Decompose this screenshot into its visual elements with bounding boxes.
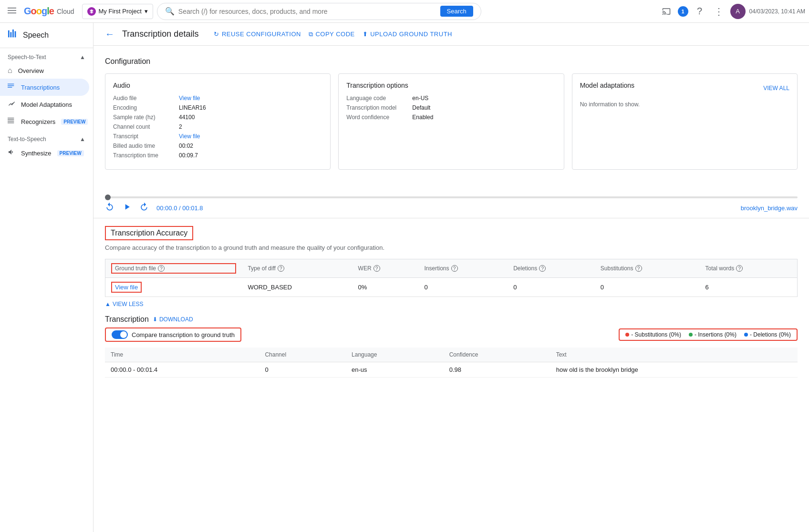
row-value: en-US bbox=[412, 95, 428, 102]
audio-scrubber[interactable] bbox=[105, 196, 798, 198]
th-language: Language bbox=[346, 348, 444, 362]
project-selector[interactable]: My First Project ▾ bbox=[82, 4, 153, 19]
th-total-words: Total words ? bbox=[700, 259, 798, 278]
transcription-title: Transcription bbox=[105, 315, 149, 324]
view-less-button[interactable]: ▲ VIEW LESS bbox=[105, 301, 798, 307]
time-cell: 00:00.0 - 00:01.4 bbox=[105, 362, 259, 378]
insertions-cell: 0 bbox=[419, 278, 508, 297]
svg-rect-12 bbox=[8, 121, 14, 122]
table-row: 00:00.0 - 00:01.4 0 en-us 0.98 how old i… bbox=[105, 362, 798, 378]
download-button[interactable]: ⬇ DOWNLOAD bbox=[153, 316, 193, 323]
audio-config-card: Audio Audio file View file Encoding LINE… bbox=[105, 73, 331, 170]
accuracy-title: Transcription Accuracy bbox=[105, 226, 193, 240]
th-time: Time bbox=[105, 348, 259, 362]
th-wer: WER ? bbox=[353, 259, 419, 278]
deletions-dot bbox=[744, 333, 748, 337]
model-adaptations-title: Model adaptations bbox=[580, 82, 634, 89]
config-row: Transcript View file bbox=[113, 133, 322, 140]
row-value: 00:09.7 bbox=[179, 152, 198, 159]
help-icon[interactable]: ? bbox=[539, 265, 546, 272]
svg-rect-6 bbox=[15, 31, 16, 38]
search-button[interactable]: Search bbox=[440, 6, 473, 17]
scrubber-knob[interactable] bbox=[105, 194, 111, 200]
help-icon[interactable]: ? bbox=[278, 265, 284, 272]
th-type-of-diff: Type of diff ? bbox=[242, 259, 352, 278]
sidebar-item-label: Model Adaptations bbox=[21, 101, 72, 108]
row-label: Word confidence bbox=[346, 114, 408, 121]
search-bar: 🔍 Search bbox=[157, 3, 481, 20]
th-channel: Channel bbox=[259, 348, 346, 362]
sidebar-item-recognizers[interactable]: Recognizers PREVIEW bbox=[0, 113, 89, 130]
wer-cell: 0% bbox=[353, 278, 419, 297]
no-info-text: No information to show. bbox=[580, 101, 640, 108]
transcript-link[interactable]: View file bbox=[179, 133, 200, 140]
back-button[interactable]: ← bbox=[105, 29, 114, 40]
row-label: Transcription time bbox=[113, 152, 175, 159]
config-row: Word confidence Enabled bbox=[346, 114, 556, 121]
config-row: Transcription model Default bbox=[346, 104, 556, 111]
help-icon[interactable]: ? bbox=[692, 4, 707, 19]
svg-rect-10 bbox=[8, 118, 14, 118]
google-cloud-logo: Google Cloud bbox=[24, 6, 74, 17]
sidebar: Speech Speech-to-Text ▲ ⌂ Overview Trans… bbox=[0, 23, 93, 385]
compare-row: Compare transcription to ground truth - … bbox=[105, 327, 798, 342]
transcription-options-card: Transcription options Language code en-U… bbox=[338, 73, 564, 170]
audio-time: 00:00.0 / 00:01.8 bbox=[156, 205, 203, 212]
audio-card-title: Audio bbox=[113, 82, 322, 89]
deletions-legend-label: - Deletions (0%) bbox=[750, 331, 791, 338]
sidebar-item-synthesize[interactable]: Synthesize PREVIEW bbox=[0, 144, 89, 162]
row-label: Encoding bbox=[113, 104, 175, 111]
sidebar-item-transcriptions[interactable]: Transcriptions bbox=[0, 79, 89, 96]
channel-cell: 0 bbox=[259, 362, 346, 378]
transcriptions-icon bbox=[8, 82, 15, 92]
sidebar-app-name: Speech bbox=[23, 31, 49, 40]
forward-button[interactable] bbox=[139, 202, 149, 214]
audio-file-link[interactable]: View file bbox=[179, 95, 200, 102]
replay-button[interactable] bbox=[105, 202, 114, 214]
confidence-cell: 0.98 bbox=[444, 362, 550, 378]
cast-icon[interactable] bbox=[659, 4, 674, 19]
legend-insertions: - Insertions (0%) bbox=[689, 331, 736, 338]
row-label: Transcript bbox=[113, 133, 175, 140]
svg-rect-3 bbox=[8, 31, 10, 38]
tts-section-header[interactable]: Text-to-Speech ▲ bbox=[0, 130, 93, 144]
compare-toggle[interactable] bbox=[112, 330, 128, 339]
search-input[interactable] bbox=[178, 8, 436, 15]
hamburger-button[interactable] bbox=[4, 2, 20, 20]
model-adaptations-card: Model adaptations VIEW ALL No informatio… bbox=[572, 73, 798, 170]
audio-controls: 00:00.0 / 00:01.8 brooklyn_bridge.wav bbox=[105, 202, 798, 214]
svg-rect-1 bbox=[8, 10, 16, 11]
upload-ground-truth-button[interactable]: ⬆ UPLOAD GROUND TRUTH bbox=[363, 31, 452, 38]
view-all-button[interactable]: VIEW ALL bbox=[763, 85, 789, 92]
sidebar-item-overview[interactable]: ⌂ Overview bbox=[0, 62, 89, 79]
compare-label: Compare transcription to ground truth bbox=[132, 331, 235, 338]
svg-rect-0 bbox=[8, 8, 16, 9]
app-icon bbox=[8, 29, 18, 42]
play-button[interactable] bbox=[122, 202, 132, 214]
ground-truth-view-file-link[interactable]: View file bbox=[115, 284, 138, 291]
sidebar-item-model-adaptations[interactable]: Model Adaptations bbox=[0, 96, 89, 113]
row-label: Audio file bbox=[113, 95, 175, 102]
user-avatar[interactable]: A bbox=[730, 4, 746, 19]
sidebar-item-label: Recognizers bbox=[21, 118, 55, 125]
stt-section-header[interactable]: Speech-to-Text ▲ bbox=[0, 48, 93, 62]
audio-filename[interactable]: brooklyn_bridge.wav bbox=[741, 205, 798, 212]
help-icon[interactable]: ? bbox=[158, 265, 165, 272]
preview-badge: PREVIEW bbox=[61, 119, 88, 125]
help-icon[interactable]: ? bbox=[451, 265, 458, 272]
row-label: Billed audio time bbox=[113, 143, 175, 149]
help-icon[interactable]: ? bbox=[736, 265, 743, 272]
project-name: My First Project bbox=[99, 8, 142, 15]
language-cell: en-us bbox=[346, 362, 444, 378]
preview-badge: PREVIEW bbox=[57, 150, 84, 156]
th-confidence: Confidence bbox=[444, 348, 550, 362]
more-options-icon[interactable]: ⋮ bbox=[711, 4, 726, 19]
cloud-label: Cloud bbox=[57, 8, 74, 15]
help-icon[interactable]: ? bbox=[373, 265, 380, 272]
notification-badge[interactable]: 1 bbox=[678, 6, 688, 17]
copy-code-button[interactable]: ⧉ COPY CODE bbox=[309, 31, 355, 38]
project-dot bbox=[87, 7, 96, 16]
reuse-config-button[interactable]: ↻ REUSE CONFIGURATION bbox=[214, 31, 301, 38]
help-icon[interactable]: ? bbox=[635, 265, 642, 272]
compare-toggle-box: Compare transcription to ground truth bbox=[105, 327, 241, 342]
